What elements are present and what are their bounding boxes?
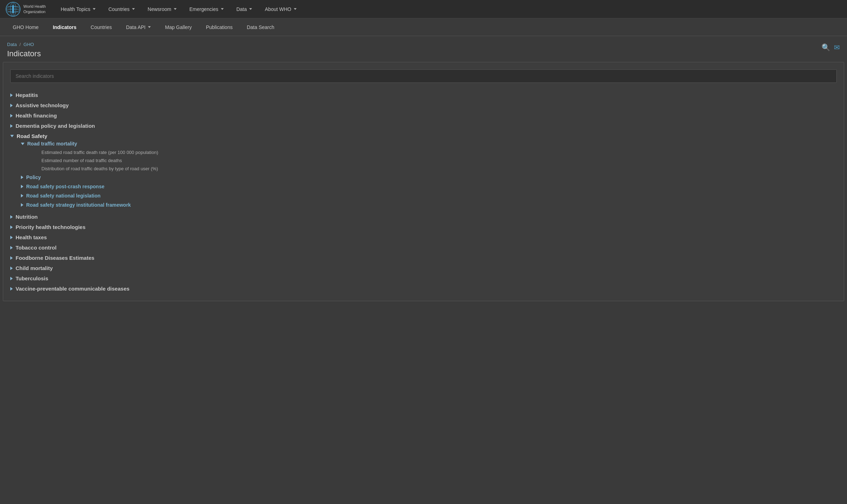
logo-text: World Health Organization — [23, 4, 46, 14]
leaf-item[interactable]: Estimated number of road traffic deaths — [41, 156, 832, 165]
nav-newsroom[interactable]: Newsroom — [141, 0, 183, 18]
nav-health-topics[interactable]: Health Topics — [54, 0, 102, 18]
chevron-down-icon — [221, 8, 224, 10]
top-nav-items: Health Topics Countries Newsroom Emergen… — [54, 0, 841, 18]
list-item[interactable]: Tuberculosis — [10, 273, 832, 284]
indicator-label: Tobacco control — [16, 245, 57, 251]
sub-category-label: Policy — [26, 174, 41, 180]
list-item[interactable]: Vaccine-preventable communicable disease… — [10, 284, 832, 294]
list-item[interactable]: Health financing — [10, 110, 832, 121]
subnav-indicators[interactable]: Indicators — [46, 18, 84, 36]
indicator-label: Tuberculosis — [16, 275, 48, 281]
indicator-label: Dementia policy and legislation — [16, 123, 95, 129]
expand-icon — [21, 176, 23, 179]
sub-category-item[interactable]: Policy — [21, 173, 832, 182]
sub-category-item[interactable]: Road traffic mortality — [21, 139, 832, 148]
indicator-label: Hepatitis — [16, 92, 38, 98]
expand-icon — [21, 203, 23, 207]
list-item[interactable]: Nutrition — [10, 212, 832, 222]
subnav-data-search[interactable]: Data Search — [240, 18, 281, 36]
sub-category-label: Road safety strategy institutional frame… — [26, 202, 131, 208]
subnav-data-api[interactable]: Data API — [119, 18, 158, 36]
list-item[interactable]: Hepatitis — [10, 90, 832, 100]
collapse-icon — [21, 143, 24, 145]
svg-rect-7 — [12, 5, 14, 13]
expand-icon — [10, 246, 13, 250]
list-item[interactable]: Road Safety Road traffic mortality Estim… — [10, 131, 832, 212]
indicator-label: Child mortality — [16, 265, 53, 271]
list-item[interactable]: Dementia policy and legislation — [10, 121, 832, 131]
page-title: Indicators — [7, 49, 41, 58]
expand-icon — [10, 267, 13, 270]
page-header: Data / GHO Indicators 🔍 ✉ — [0, 36, 847, 62]
expand-icon — [10, 104, 13, 107]
list-item[interactable]: Tobacco control — [10, 242, 832, 253]
header-icons: 🔍 ✉ — [822, 43, 840, 52]
indicators-scroll[interactable]: Hepatitis Assistive technology Health fi… — [10, 90, 837, 294]
main-content: Hepatitis Assistive technology Health fi… — [3, 62, 844, 301]
list-item[interactable]: Assistive technology — [10, 100, 832, 110]
subnav-publications[interactable]: Publications — [199, 18, 240, 36]
list-item[interactable]: Health taxes — [10, 232, 832, 242]
indicator-label: Nutrition — [16, 214, 38, 220]
collapse-icon — [10, 135, 14, 137]
nav-countries[interactable]: Countries — [102, 0, 141, 18]
expand-icon — [10, 287, 13, 291]
expand-icon — [21, 194, 23, 197]
expand-icon — [10, 93, 13, 97]
indicator-label: Foodborne Diseases Estimates — [16, 255, 95, 261]
indicator-label: Vaccine-preventable communicable disease… — [16, 286, 130, 292]
sub-category-item[interactable]: Road safety national legislation — [21, 191, 832, 200]
indicator-label: Road Safety — [17, 133, 47, 139]
chevron-down-icon — [249, 8, 252, 10]
breadcrumb: Data / GHO — [7, 42, 41, 47]
who-logo[interactable]: World Health Organization — [6, 2, 46, 17]
expand-icon — [10, 215, 13, 219]
sub-category-label: Road safety national legislation — [26, 193, 101, 199]
nav-about-who[interactable]: About WHO — [258, 0, 303, 18]
sub-category-item[interactable]: Road safety strategy institutional frame… — [21, 200, 832, 210]
breadcrumb-data[interactable]: Data — [7, 42, 17, 47]
chevron-down-icon — [174, 8, 177, 10]
expand-icon — [10, 114, 13, 118]
leaf-item[interactable]: Estimated road traffic death rate (per 1… — [41, 148, 832, 156]
chevron-down-icon — [148, 26, 151, 28]
top-navigation: World Health Organization Health Topics … — [0, 0, 847, 18]
expand-icon — [21, 185, 23, 188]
chevron-down-icon — [132, 8, 135, 10]
sub-category-container: Road traffic mortality Estimated road tr… — [10, 139, 832, 210]
subnav-map-gallery[interactable]: Map Gallery — [158, 18, 199, 36]
expand-icon — [10, 256, 13, 260]
chevron-down-icon — [294, 8, 297, 10]
search-icon[interactable]: 🔍 — [822, 43, 830, 52]
nav-emergencies[interactable]: Emergencies — [183, 0, 230, 18]
sub-category-item[interactable]: Road safety post-crash response — [21, 182, 832, 191]
expand-icon — [10, 277, 13, 280]
chevron-down-icon — [93, 8, 96, 10]
subnav-countries[interactable]: Countries — [84, 18, 119, 36]
expand-icon — [10, 124, 13, 128]
leaf-items: Estimated road traffic death rate (per 1… — [21, 148, 832, 173]
indicator-label: Priority health technologies — [16, 224, 86, 230]
indicators-list: Hepatitis Assistive technology Health fi… — [10, 90, 832, 294]
search-container — [10, 69, 837, 83]
leaf-item[interactable]: Distribution of road traffic deaths by t… — [41, 165, 832, 173]
sub-category-label: Road safety post-crash response — [26, 184, 104, 189]
expand-icon — [10, 236, 13, 239]
breadcrumb-gho[interactable]: GHO — [23, 42, 34, 47]
nav-data[interactable]: Data — [230, 0, 259, 18]
indicator-label: Health financing — [16, 113, 57, 119]
expand-icon — [10, 225, 13, 229]
list-item[interactable]: Priority health technologies — [10, 222, 832, 232]
indicator-label: Assistive technology — [16, 102, 69, 108]
indicator-label: Health taxes — [16, 234, 47, 240]
sub-category-label: Road traffic mortality — [27, 141, 77, 147]
subnav-gho-home[interactable]: GHO Home — [6, 18, 46, 36]
mail-icon[interactable]: ✉ — [834, 43, 840, 52]
list-item[interactable]: Child mortality — [10, 263, 832, 273]
sub-navigation: GHO Home Indicators Countries Data API M… — [0, 18, 847, 36]
list-item[interactable]: Foodborne Diseases Estimates — [10, 253, 832, 263]
search-input[interactable] — [10, 69, 837, 83]
